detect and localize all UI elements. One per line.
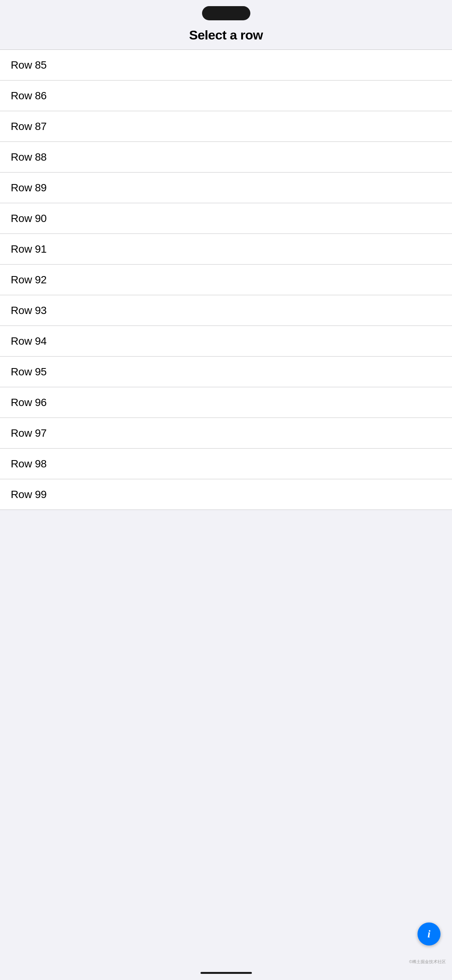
list-item[interactable]: Row 98 [0,449,452,479]
list-item[interactable]: Row 99 [0,479,452,510]
list-item[interactable]: Row 87 [0,111,452,142]
list-item[interactable]: Row 93 [0,295,452,326]
list-item-label: Row 99 [11,488,47,501]
list-item-label: Row 89 [11,182,47,194]
list-item-label: Row 93 [11,304,47,317]
list-item-label: Row 90 [11,212,47,225]
list-item-label: Row 98 [11,458,47,470]
list-item[interactable]: Row 95 [0,357,452,387]
info-button[interactable]: i [417,922,440,945]
watermark: ©稀土掘金技术社区 [409,959,446,965]
page-title-area: Select a row [0,21,452,49]
row-list: Row 85Row 86Row 87Row 88Row 89Row 90Row … [0,49,452,510]
list-item-label: Row 88 [11,151,47,163]
dynamic-island [202,6,250,20]
status-bar [0,0,452,21]
list-item[interactable]: Row 85 [0,50,452,81]
bottom-area [0,510,452,625]
list-item-label: Row 94 [11,335,47,347]
list-item-label: Row 92 [11,274,47,286]
list-item-label: Row 96 [11,396,47,409]
home-indicator [201,972,252,974]
list-item[interactable]: Row 90 [0,203,452,234]
list-item-label: Row 86 [11,90,47,102]
list-item[interactable]: Row 97 [0,418,452,449]
info-icon: i [427,929,431,939]
list-item[interactable]: Row 88 [0,142,452,173]
list-item-label: Row 95 [11,366,47,378]
list-item[interactable]: Row 92 [0,265,452,295]
list-item[interactable]: Row 89 [0,173,452,203]
list-item-label: Row 91 [11,243,47,255]
list-item-label: Row 87 [11,120,47,133]
list-item-label: Row 97 [11,427,47,439]
page-title: Select a row [0,28,452,43]
list-item[interactable]: Row 96 [0,387,452,418]
list-item-label: Row 85 [11,59,47,71]
list-item[interactable]: Row 91 [0,234,452,265]
list-item[interactable]: Row 86 [0,81,452,111]
list-item[interactable]: Row 94 [0,326,452,357]
